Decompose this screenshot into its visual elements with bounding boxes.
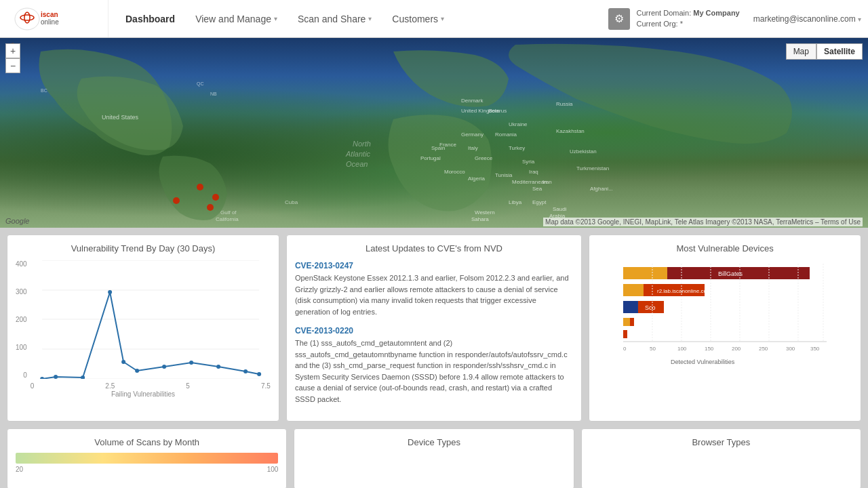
svg-text:California: California [216,216,239,222]
main-content: Vulnerability Trend By Day (30 Days) 400… [0,228,868,428]
svg-text:Spain: Spain [431,145,445,151]
svg-text:Morocco: Morocco [444,169,465,175]
svg-text:Ukraine: Ukraine [509,121,528,127]
svg-text:Iraq: Iraq [529,169,538,175]
cve-text-2: The (1) sss_autofs_cmd_getautomntent and… [295,338,573,405]
svg-text:Ocean: Ocean [346,160,368,168]
svg-text:Turkey: Turkey [509,145,525,151]
map-type-map[interactable]: Map [786,43,816,60]
map-type-controls: Map Satellite [786,43,863,60]
progress-labels: 20 100 [16,466,278,473]
map-zoom-out[interactable]: − [5,58,20,73]
svg-text:Sahara: Sahara [471,216,489,222]
svg-rect-70 [623,284,644,296]
nav-scan-share[interactable]: Scan and Share ▾ [288,0,382,37]
svg-point-61 [135,369,139,373]
gear-icon: ⚙ [614,12,624,25]
svg-rect-77 [630,318,634,326]
svg-text:North: North [353,140,371,148]
map-controls: + − [5,43,20,73]
svg-text:Tunisia: Tunisia [495,172,513,178]
svg-text:200: 200 [732,346,741,352]
cve-panel: Latest Updates to CVE's from NVD CVE-201… [286,235,582,422]
logo: iscan online [14,5,95,33]
trend-chart-title: Vulnerability Trend By Day (30 Days) [16,243,271,253]
svg-text:Western: Western [475,209,495,216]
bar-chart-svg: BillGates r2.lab.iscanonline.com Sco 0 [597,264,852,372]
world-map-svg: North Atlantic Ocean United States Russi… [0,38,868,228]
svg-text:BC: BC [41,88,47,93]
volume-scans-panel: Volume of Scans by Month 20 100 [7,428,287,488]
browser-types-title: Browser Types [590,437,852,447]
svg-rect-67 [623,267,667,279]
nav-customers[interactable]: Customers ▾ [382,0,454,37]
svg-text:Germany: Germany [461,131,484,138]
svg-text:Libya: Libya [509,199,522,205]
svg-text:iscan: iscan [41,11,58,18]
svg-rect-78 [623,330,627,338]
main-nav: Dashboard View and Manage ▾ Scan and Sha… [108,0,608,37]
svg-text:100: 100 [677,346,687,352]
svg-text:Greece: Greece [475,155,493,161]
settings-button[interactable]: ⚙ [608,8,630,30]
map-zoom-in[interactable]: + [5,43,20,58]
svg-text:0: 0 [623,346,627,352]
chevron-down-icon: ▾ [274,15,277,22]
map-type-satellite[interactable]: Satellite [816,43,863,60]
cve-link-1[interactable]: CVE-2013-0247 [295,261,353,270]
svg-text:Saudi: Saudi [553,206,567,212]
svg-text:Detected Vulnerabilities: Detected Vulnerabilities [671,359,735,365]
svg-text:Atlantic: Atlantic [345,150,371,158]
svg-text:50: 50 [650,346,656,352]
chevron-down-icon: ▾ [441,15,444,22]
domain-info: Current Domain: My Company Current Org: … [637,8,740,29]
cve-item-1: CVE-2013-0247 OpenStack Keystone Essex 2… [295,260,573,317]
svg-rect-76 [623,318,630,326]
map-background: North Atlantic Ocean United States Russi… [0,38,868,228]
header-right: ⚙ Current Domain: My Company Current Org… [608,8,862,30]
svg-text:Kazakhstan: Kazakhstan [556,128,585,134]
svg-text:Russia: Russia [556,101,573,107]
svg-text:250: 250 [759,346,768,352]
svg-point-65 [243,369,248,373]
header: iscan online Dashboard View and Manage ▾… [0,0,868,38]
svg-text:Italy: Italy [468,145,478,151]
svg-text:United Kingdom: United Kingdom [461,108,500,114]
map-section: North Atlantic Ocean United States Russi… [0,38,868,228]
cve-link-2[interactable]: CVE-2013-0220 [295,326,353,336]
logo-area: iscan online [7,0,108,37]
svg-point-0 [15,8,39,30]
vulnerable-devices-title: Most Vulnerable Devices [597,243,852,253]
trend-line-chart [31,260,271,379]
volume-scans-title: Volume of Scans by Month [16,437,278,447]
svg-point-64 [216,365,220,369]
svg-rect-73 [623,301,638,313]
svg-text:Mexico: Mexico [244,226,262,228]
trend-chart-panel: Vulnerability Trend By Day (30 Days) 400… [7,235,279,422]
svg-point-62 [162,365,166,369]
browser-types-panel: Browser Types [581,428,861,488]
svg-text:BillGates: BillGates [718,270,743,277]
svg-text:QC: QC [197,81,204,87]
svg-point-50 [197,184,203,190]
device-types-panel: Device Types [294,428,574,488]
svg-text:United States: United States [102,114,139,121]
svg-point-56 [40,377,44,379]
map-attribution: Map data ©2013 Google, INEGI, MapLink, T… [543,218,863,226]
google-logo: Google [5,217,29,225]
svg-text:Turkmenistan: Turkmenistan [576,165,609,171]
svg-text:Egypt: Egypt [532,199,547,205]
svg-text:Cuba: Cuba [285,199,298,205]
user-email[interactable]: marketing@iscanonline.com ▾ [753,14,861,24]
svg-text:Sco: Sco [645,304,656,311]
chevron-down-icon: ▾ [858,16,861,23]
svg-point-63 [189,361,193,365]
nav-view-manage[interactable]: View and Manage ▾ [185,0,288,37]
svg-text:Romania: Romania [495,131,517,138]
svg-text:online: online [41,18,59,26]
vulnerable-devices-panel: Most Vulnerable Devices BillGates r2.lab… [589,235,861,422]
nav-dashboard[interactable]: Dashboard [115,0,185,37]
svg-text:NB: NB [210,92,217,96]
svg-text:Mediterranean: Mediterranean [512,179,547,185]
svg-point-58 [81,375,85,379]
